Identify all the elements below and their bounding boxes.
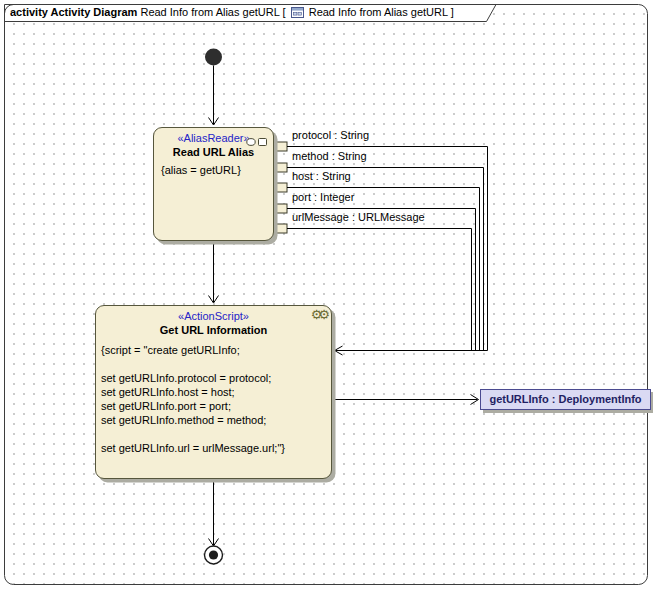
script-line: set getURLInfo.host = host; xyxy=(101,385,331,399)
script-line: set getURLInfo.url = urlMessage.url;"} xyxy=(101,441,331,455)
activity-diagram-canvas: activity Activity Diagram Read Info from… xyxy=(0,0,653,590)
frame-bracket-close: ] xyxy=(451,6,454,18)
frame-bracket-open: [ xyxy=(283,6,286,18)
activity-final-node[interactable] xyxy=(205,546,223,564)
script-line: {script = "create getURLInfo; xyxy=(101,343,331,357)
script-line xyxy=(101,357,331,371)
pin-label-urlmessage: urlMessage : URLMessage xyxy=(292,211,425,223)
output-pin-urlmessage[interactable] xyxy=(274,224,287,233)
script-line xyxy=(101,427,331,441)
frame-bracket-name: Read Info from Alias getURL xyxy=(309,6,448,18)
flow-to-output-object[interactable] xyxy=(333,395,479,405)
frame-title-name: Read Info from Alias getURL xyxy=(140,6,279,18)
script-line: set getURLInfo.port = port; xyxy=(101,399,331,413)
pin-label-host: host : String xyxy=(292,170,351,182)
initial-node[interactable] xyxy=(205,49,222,66)
action-body-text: {alias = getURL} xyxy=(161,164,273,176)
diagram-edges-layer xyxy=(0,0,653,590)
flow-initial-to-read-alias[interactable] xyxy=(209,66,219,126)
stereotype-action-script: «ActionScript» xyxy=(96,310,331,322)
script-line: set getURLInfo.method = method; xyxy=(101,413,331,427)
activity-diagram-thumbnail-icon xyxy=(291,7,304,20)
action-script-block: {script = "create getURLInfo; set getURL… xyxy=(96,343,331,455)
output-pin-protocol[interactable] xyxy=(274,142,287,151)
reader-adornment-icon xyxy=(246,133,268,151)
gears-icon: ⚙⚙ xyxy=(311,307,326,322)
pin-label-port: port : Integer xyxy=(292,191,354,203)
action-read-url-alias[interactable]: «AliasReader» Read URL Alias {alias = ge… xyxy=(153,127,274,241)
output-pin-host[interactable] xyxy=(274,183,287,192)
pin-label-method: method : String xyxy=(292,150,367,162)
pin-label-protocol: protocol : String xyxy=(292,129,369,141)
output-object-node[interactable]: getURLInfo : DeploymentInfo xyxy=(480,389,651,410)
output-pin-method[interactable] xyxy=(274,163,287,172)
flow-read-alias-to-get-url[interactable] xyxy=(209,242,219,304)
frame-title-keyword: activity Activity Diagram xyxy=(10,6,137,18)
flow-get-url-to-final[interactable] xyxy=(209,480,219,547)
script-line: set getURLInfo.protocol = protocol; xyxy=(101,371,331,385)
output-pin-port[interactable] xyxy=(274,204,287,213)
action-get-url-information[interactable]: «ActionScript» ⚙⚙ Get URL Information {s… xyxy=(95,305,332,479)
action-name: Get URL Information xyxy=(96,324,331,336)
frame-title: activity Activity Diagram Read Info from… xyxy=(10,6,454,20)
diagram-frame xyxy=(5,5,648,585)
